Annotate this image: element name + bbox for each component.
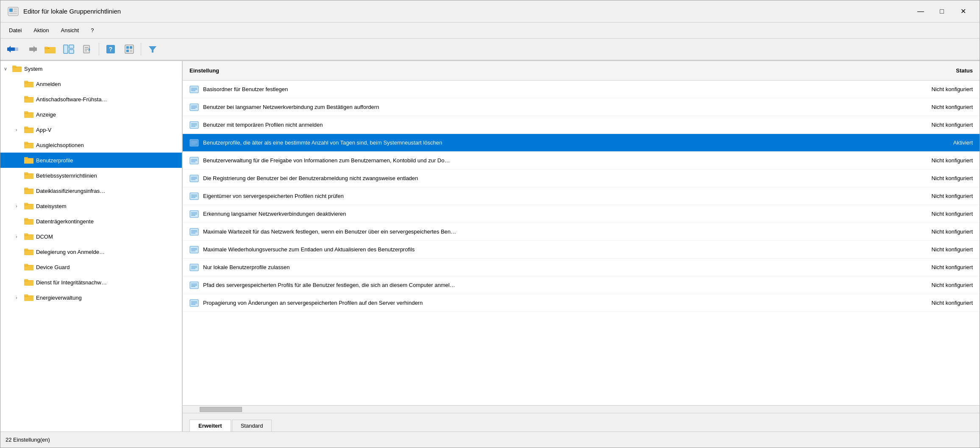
- svg-rect-72: [24, 279, 28, 281]
- setting-status: Nicht konfiguriert: [880, 104, 973, 110]
- svg-rect-67: [24, 250, 33, 250]
- menu-aktion[interactable]: Aktion: [28, 25, 54, 35]
- svg-rect-58: [24, 204, 33, 205]
- tree-item-anzeige[interactable]: Anzeige: [0, 107, 182, 122]
- tree-item-dateisystem[interactable]: › Dateisystem: [0, 198, 182, 214]
- svg-rect-27: [130, 50, 132, 52]
- list-row[interactable]: Maximale Wiederholungsversuche zum Entla…: [183, 241, 980, 259]
- expand-icon: ›: [16, 127, 24, 132]
- list-row[interactable]: Benutzerverwaltung für die Freigabe von …: [183, 152, 980, 170]
- list-row[interactable]: Basisordner für Benutzer festlegenNicht …: [183, 81, 980, 98]
- window-title: Editor für lokale Gruppenrichtlinien: [23, 8, 911, 15]
- setting-icon: [189, 139, 200, 147]
- main-area: ∨ System Anmelden Antischadsoftware-Früh…: [0, 61, 980, 431]
- tree-item-label: Dienst für Integritätsnachw…: [36, 279, 107, 286]
- setting-icon: [189, 86, 200, 93]
- help-button[interactable]: ?: [102, 40, 120, 58]
- export-button[interactable]: [78, 40, 96, 58]
- tree-item-appv[interactable]: › App-V: [0, 122, 182, 137]
- svg-rect-42: [24, 127, 28, 129]
- setting-icon: [189, 264, 200, 271]
- tree-item-label: Energieverwaltung: [36, 295, 82, 301]
- minimize-button[interactable]: —: [911, 5, 930, 18]
- folder-icon: [24, 232, 33, 241]
- setting-icon: [189, 228, 200, 236]
- setting-icon: [189, 246, 200, 253]
- properties-button[interactable]: [120, 40, 138, 58]
- setting-name: Erkennung langsamer Netzwerkverbindungen…: [203, 211, 880, 217]
- bottom-tabs: ErweitertStandard: [183, 413, 980, 431]
- svg-rect-15: [69, 50, 74, 53]
- setting-icon: [189, 299, 200, 307]
- list-row[interactable]: Benutzerprofile, die älter als eine best…: [183, 134, 980, 152]
- list-row[interactable]: Propagierung von Änderungen an serverges…: [183, 294, 980, 312]
- svg-rect-76: [24, 296, 33, 296]
- svg-rect-61: [24, 220, 33, 220]
- status-bar: 22 Einstellung(en): [0, 431, 980, 448]
- tree-item-device-guard[interactable]: Device Guard: [0, 259, 182, 275]
- svg-rect-30: [12, 66, 16, 68]
- tree-item-datentraeger[interactable]: Datenträgerkontingente: [0, 214, 182, 229]
- tree-item-energie[interactable]: › Energieverwaltung: [0, 290, 182, 305]
- tree-item-benutzerprofile[interactable]: Benutzerprofile: [0, 153, 182, 168]
- folder-button[interactable]: [41, 40, 59, 58]
- menu-ansicht[interactable]: Ansicht: [56, 25, 84, 35]
- tree-item-delegierung[interactable]: Delegierung von Anmelde…: [0, 244, 182, 259]
- list-row[interactable]: Nur lokale Benutzerprofile zulassenNicht…: [183, 259, 980, 276]
- settings-list: Basisordner für Benutzer festlegenNicht …: [183, 81, 980, 405]
- tree-item-anmelden[interactable]: Anmelden: [0, 76, 182, 92]
- horizontal-scrollbar[interactable]: [183, 405, 980, 413]
- list-row[interactable]: Benutzer mit temporären Profilen nicht a…: [183, 116, 980, 134]
- tree-item-system[interactable]: ∨ System: [0, 61, 182, 76]
- folder-icon: [24, 141, 33, 150]
- setting-icon: [189, 210, 200, 218]
- show-hide-button[interactable]: [60, 40, 78, 58]
- tree-item-betriebssystem[interactable]: Betriebssystemrichtlinien: [0, 168, 182, 183]
- tree-item-label: System: [24, 66, 42, 72]
- svg-rect-24: [126, 46, 129, 49]
- maximize-button[interactable]: □: [932, 5, 952, 18]
- svg-rect-57: [24, 203, 28, 205]
- expand-icon: ›: [16, 234, 24, 239]
- svg-rect-45: [24, 142, 28, 144]
- toolbar-separator-2: [141, 43, 141, 56]
- filter-button[interactable]: [144, 40, 161, 58]
- folder-icon: [24, 80, 33, 89]
- list-row[interactable]: Die Registrierung der Benutzer bei der B…: [183, 170, 980, 187]
- tree-item-ausgleich[interactable]: Ausgleichsoptionen: [0, 137, 182, 153]
- folder-icon: [24, 217, 33, 226]
- svg-rect-34: [24, 82, 33, 83]
- list-row[interactable]: Erkennung langsamer Netzwerkverbindungen…: [183, 205, 980, 223]
- tab-erweitert[interactable]: Erweitert: [189, 420, 231, 431]
- setting-status: Nicht konfiguriert: [880, 300, 973, 306]
- setting-status: Nicht konfiguriert: [880, 264, 973, 270]
- menu-datei[interactable]: Datei: [4, 25, 27, 35]
- status-text: 22 Einstellung(en): [6, 437, 50, 443]
- setting-status: Nicht konfiguriert: [880, 157, 973, 164]
- close-button[interactable]: ✕: [953, 5, 973, 18]
- back-button[interactable]: [4, 40, 22, 58]
- tree-item-dienst[interactable]: Dienst für Integritätsnachw…: [0, 275, 182, 290]
- svg-marker-28: [149, 46, 156, 53]
- setting-icon: [189, 103, 200, 111]
- tree-item-dateiklassifizierung[interactable]: Dateiklassifizierungsinfras…: [0, 183, 182, 198]
- tree-item-antischad[interactable]: Antischadsoftware-Frühsta…: [0, 92, 182, 107]
- menu-help[interactable]: ?: [86, 25, 99, 35]
- tree-item-label: Anzeige: [36, 111, 56, 118]
- list-row[interactable]: Pfad des servergespeicherten Profils für…: [183, 276, 980, 294]
- folder-icon: [24, 278, 33, 287]
- tab-standard[interactable]: Standard: [232, 420, 272, 431]
- folder-icon: [24, 293, 33, 302]
- folder-icon: [12, 64, 22, 73]
- toolbar-separator-1: [99, 43, 99, 56]
- column-header: Einstellung Status: [183, 61, 980, 81]
- forward-button[interactable]: [22, 40, 40, 58]
- setting-icon: [189, 175, 200, 182]
- svg-rect-73: [24, 281, 33, 281]
- list-row[interactable]: Maximale Wartezeit für das Netzwerk fest…: [183, 223, 980, 241]
- tree-item-dcom[interactable]: › DCOM: [0, 229, 182, 244]
- list-row[interactable]: Eigentümer von servergespeicherten Profi…: [183, 187, 980, 205]
- list-row[interactable]: Benutzer bei langsamer Netzwerkverbindun…: [183, 98, 980, 116]
- setting-status: Nicht konfiguriert: [880, 86, 973, 92]
- expand-icon: ∨: [4, 66, 12, 72]
